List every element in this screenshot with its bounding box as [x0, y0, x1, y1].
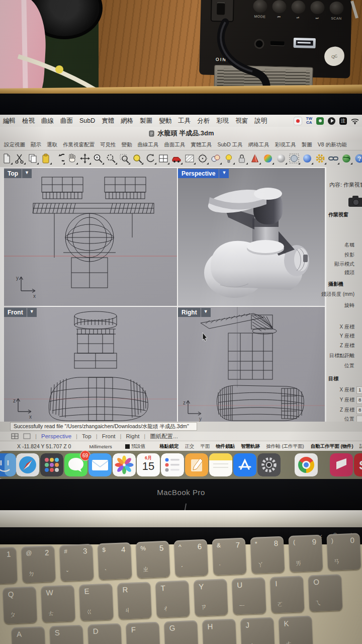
tab-curve-tools[interactable]: 曲線工具: [138, 141, 159, 148]
units-indicator[interactable]: Millimeters: [89, 444, 112, 449]
tab-viewport-layout[interactable]: 作業視窗配置: [63, 141, 95, 148]
link-icon[interactable]: [328, 153, 339, 165]
zoom-dynamic-icon[interactable]: [106, 153, 117, 165]
note-tray-icon[interactable]: 注: [339, 117, 347, 125]
menu-item-analyze[interactable]: 分析: [197, 117, 210, 125]
tab-select[interactable]: 選取: [47, 141, 57, 148]
dock-app-store[interactable]: [233, 453, 256, 476]
dock-notes[interactable]: [209, 453, 232, 476]
zoom-window-icon[interactable]: [119, 153, 130, 165]
hatch-icon[interactable]: [184, 153, 196, 165]
dock-messages[interactable]: 69: [64, 453, 87, 476]
undo-icon[interactable]: [53, 153, 65, 165]
dock-photos[interactable]: [113, 453, 136, 476]
menu-item-drafting[interactable]: 製圖: [140, 117, 152, 125]
render-sphere-icon[interactable]: [276, 153, 287, 165]
menu-item-curve[interactable]: 曲線: [41, 117, 54, 125]
toggle-osnap[interactable]: 物件鎖點: [216, 443, 235, 450]
tab-render-tools[interactable]: 彩現工具: [275, 141, 296, 148]
move-icon[interactable]: [79, 153, 91, 165]
tab-v8-new[interactable]: V8 的新功能: [318, 141, 347, 148]
tab-set-view[interactable]: 設定視圖: [4, 141, 25, 148]
target-z-value[interactable]: 8: [356, 407, 362, 414]
menu-item-render[interactable]: 彩現: [216, 117, 229, 125]
app-tray-icon[interactable]: [294, 117, 302, 125]
menu-item-mesh[interactable]: 網格: [121, 117, 133, 125]
viewport-tab-top[interactable]: Top: [82, 433, 92, 439]
menu-item-subd[interactable]: SubD: [79, 117, 95, 124]
viewport-top-label[interactable]: Top▼: [4, 169, 32, 178]
dock-video-app[interactable]: [330, 453, 353, 476]
menu-item-solid[interactable]: 實體: [102, 117, 114, 125]
tab-surface-tools[interactable]: 曲面工具: [164, 141, 186, 148]
window-title-bar[interactable]: 水龍頭 半成品.3dm: [0, 127, 362, 140]
viewport-front-label[interactable]: Front▼: [4, 308, 37, 317]
pan-hand-icon[interactable]: [66, 153, 78, 165]
menu-item-surface[interactable]: 曲面: [60, 117, 73, 125]
current-layer[interactable]: 預設值: [125, 443, 146, 450]
lock-icon[interactable]: [236, 153, 248, 165]
cone-icon[interactable]: [249, 153, 261, 165]
viewport-perspective[interactable]: Perspective▼: [178, 168, 325, 306]
toggle-record-history[interactable]: 記錄建構歷史: [359, 443, 362, 450]
toggle-ortho[interactable]: 正交: [185, 443, 194, 450]
toggle-grid-snap[interactable]: 格點鎖定: [159, 443, 178, 450]
material-sphere-icon[interactable]: [262, 153, 274, 165]
dock-mail[interactable]: [88, 453, 112, 476]
paste-icon[interactable]: [40, 153, 52, 165]
grid-layout-icon[interactable]: [11, 433, 19, 439]
dock-launchpad[interactable]: [40, 453, 63, 476]
chevron-down-icon[interactable]: ▼: [22, 169, 32, 178]
dock-calendar[interactable]: 6月15: [137, 453, 160, 476]
view-rotate-icon[interactable]: [145, 153, 156, 165]
chevron-down-icon[interactable]: ▼: [201, 308, 211, 317]
command-history-message[interactable]: Successfully read file "/Users/zhangaich…: [10, 422, 197, 431]
car-icon[interactable]: [171, 153, 183, 165]
viewport-tab-front[interactable]: Front: [102, 433, 116, 439]
dock-pages[interactable]: [185, 453, 208, 476]
chevron-down-icon[interactable]: ▼: [219, 169, 229, 178]
wifi-icon[interactable]: [351, 118, 359, 124]
toggle-planar[interactable]: 平面: [200, 443, 210, 450]
target-x-value[interactable]: 1: [356, 386, 362, 394]
play-tray-icon[interactable]: [328, 117, 335, 125]
tab-display[interactable]: 顯示: [31, 141, 41, 148]
dock-chrome[interactable]: [295, 453, 318, 476]
menu-item-edit[interactable]: 編輯: [3, 117, 16, 125]
dock-finder[interactable]: [0, 453, 16, 476]
toggle-smarttrack[interactable]: 智慧軌跡: [241, 443, 260, 450]
menu-item-window[interactable]: 視窗: [235, 117, 248, 125]
target-y-value[interactable]: 8: [356, 396, 362, 404]
dock-red-app[interactable]: S: [354, 453, 362, 476]
viewport-tab-perspective[interactable]: Perspective: [41, 433, 71, 439]
viewport-tab-layout[interactable]: 圖紙配置...: [150, 433, 178, 440]
earth-icon[interactable]: [341, 153, 352, 165]
tab-transform[interactable]: 變動: [122, 141, 132, 148]
duplicate-icon[interactable]: [210, 153, 222, 165]
dock-reminders[interactable]: [161, 453, 184, 476]
menu-item-transform[interactable]: 變動: [159, 117, 171, 125]
viewport-right[interactable]: Right▼: [178, 307, 325, 422]
menu-item-help[interactable]: 說明: [254, 117, 267, 125]
tab-drafting[interactable]: 製圖: [302, 141, 312, 148]
selection-sphere-icon[interactable]: [289, 153, 300, 165]
help-icon[interactable]: ?: [354, 153, 362, 165]
blue-sphere-icon[interactable]: [302, 153, 313, 165]
tab-mesh-tools[interactable]: 網格工具: [248, 141, 269, 148]
dock-safari[interactable]: [16, 453, 39, 476]
single-layout-icon[interactable]: [23, 433, 31, 439]
tab-visibility[interactable]: 可見性: [100, 141, 116, 148]
tab-subd-tools[interactable]: SubD 工具: [218, 141, 243, 148]
light-bulb-icon[interactable]: [223, 153, 235, 165]
toggle-auto-cplane[interactable]: 自動工作平面 (物件): [311, 443, 353, 450]
toggle-gumball[interactable]: 操作軸 (工作平面): [266, 443, 304, 450]
viewport-front[interactable]: Front▼: [4, 307, 177, 422]
chevron-down-icon[interactable]: ▼: [27, 308, 37, 317]
circle-center-icon[interactable]: [197, 153, 209, 165]
menu-item-tools[interactable]: 工具: [178, 117, 191, 125]
dock-system-settings[interactable]: [257, 453, 281, 476]
four-viewports-icon[interactable]: [158, 153, 169, 165]
zoom-icon[interactable]: [93, 153, 104, 165]
new-file-icon[interactable]: [1, 153, 13, 165]
viewport-tab-right[interactable]: Right: [126, 433, 139, 439]
